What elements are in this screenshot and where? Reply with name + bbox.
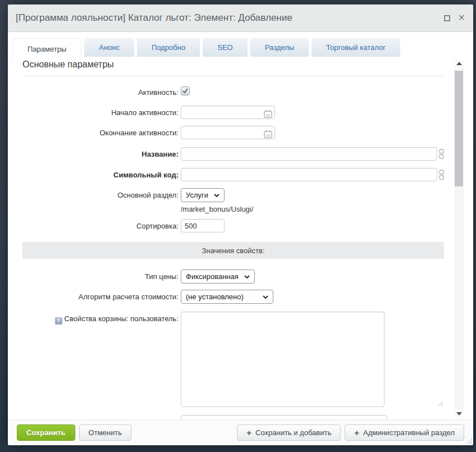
tab-trade-catalog[interactable]: Торговый каталог (312, 38, 400, 57)
plus-icon: + (354, 428, 359, 437)
row-date-start: Начало активности: 24 (22, 106, 444, 119)
scroll-up-arrow-icon[interactable] (454, 59, 464, 68)
svg-text:24: 24 (266, 113, 271, 117)
save-button[interactable]: Сохранить (17, 424, 75, 441)
basket-user-textarea[interactable] (181, 312, 385, 407)
properties-header: Значения свойств: (22, 242, 444, 259)
code-input[interactable] (181, 168, 437, 181)
main-section-label: Основной раздел: (22, 188, 178, 199)
close-icon[interactable]: ✕ (458, 13, 465, 22)
save-and-add-button[interactable]: + Сохранить и добавить (237, 424, 341, 441)
chevron-down-icon (244, 275, 250, 278)
plus-icon: + (246, 428, 251, 437)
dialog-titlebar: [Программа лояльности] Каталог льгот: Эл… (8, 4, 473, 32)
row-basket-manager: ?Свойства корзины: менеджер: (22, 415, 444, 418)
admin-section-label: Административный раздел (363, 428, 455, 437)
sort-label: Сортировка: (22, 219, 178, 230)
translit-link-icon[interactable] (439, 149, 444, 159)
basket-manager-label: Свойства корзины: менеджер: (76, 418, 178, 418)
basket-manager-label-wrap: ?Свойства корзины: менеджер: (22, 415, 178, 418)
row-sort: Сортировка: (22, 219, 444, 232)
calendar-icon[interactable]: 24 (264, 130, 272, 139)
code-label: Символьный код: (22, 168, 178, 179)
main-section-selected: Услуги (186, 191, 208, 199)
active-checkbox[interactable] (181, 86, 190, 95)
algorithm-label: Алгоритм расчета стоимости: (22, 290, 178, 301)
name-label: Название: (22, 147, 178, 158)
checkmark-icon (181, 87, 189, 95)
chevron-down-icon (263, 295, 268, 299)
dialog-title: [Программа лояльности] Каталог льгот: Эл… (8, 12, 292, 24)
translit-link-icon[interactable] (439, 170, 444, 180)
tab-strip: Параметры Анонс Подробно SEO Разделы Тор… (8, 32, 473, 59)
row-basket-user: ?Свойства корзины: пользователь: (22, 312, 444, 407)
basket-user-label: Свойства корзины: пользователь: (65, 314, 178, 323)
main-section-select[interactable]: Услуги (181, 188, 225, 202)
basket-manager-input[interactable] (181, 415, 387, 418)
form-scroll-area: Основные параметры Активность: (8, 59, 473, 418)
dialog-footer: Сохранить Отменить + Сохранить и добавит… (8, 419, 473, 445)
date-end-input[interactable] (181, 126, 275, 139)
price-type-select[interactable]: Фиксированная (181, 270, 255, 284)
algorithm-select[interactable]: (не установлено) (181, 290, 273, 304)
cancel-button[interactable]: Отменить (79, 424, 131, 441)
dialog-resize-grip[interactable] (466, 438, 472, 444)
date-start-label: Начало активности: (22, 106, 178, 117)
tab-announce[interactable]: Анонс (84, 38, 134, 57)
help-icon[interactable]: ? (55, 317, 62, 325)
name-input[interactable] (181, 147, 437, 161)
admin-section-button[interactable]: + Административный раздел (345, 424, 464, 441)
add-element-dialog: [Программа лояльности] Каталог льгот: Эл… (8, 4, 473, 445)
row-date-end: Окончание активности: 24 (22, 126, 444, 139)
maximize-icon[interactable] (444, 15, 450, 21)
row-main-section: Основной раздел: Услуги /market_bonus/Us… (22, 188, 444, 213)
row-code: Символьный код: (22, 168, 444, 181)
section-divider (22, 76, 444, 76)
row-name: Название: (22, 147, 444, 161)
price-type-selected: Фиксированная (186, 272, 239, 281)
algorithm-selected: (не установлено) (186, 293, 244, 301)
tab-sections[interactable]: Разделы (250, 38, 309, 57)
main-section-path: /market_bonus/Uslugi/ (181, 205, 444, 213)
save-and-add-label: Сохранить и добавить (255, 428, 331, 437)
tab-seo[interactable]: SEO (203, 38, 247, 57)
window-controls: ✕ (444, 4, 465, 31)
date-end-label: Окончание активности: (22, 126, 178, 137)
row-active: Активность: (22, 85, 444, 98)
active-label: Активность: (22, 85, 178, 97)
overlay-backdrop: [Программа лояльности] Каталог льгот: Эл… (0, 0, 476, 452)
section-title: Основные параметры (22, 59, 444, 70)
row-algorithm: Алгоритм расчета стоимости: (не установл… (22, 290, 444, 304)
date-start-input[interactable] (181, 106, 275, 119)
chevron-down-icon (214, 194, 219, 197)
tab-detail[interactable]: Подробно (137, 38, 200, 57)
scrollbar-thumb[interactable] (455, 71, 463, 186)
vertical-scrollbar[interactable] (454, 59, 464, 418)
row-price-type: Тип цены: Фиксированная (22, 270, 444, 284)
sort-input[interactable] (181, 219, 225, 232)
calendar-icon[interactable]: 24 (264, 109, 272, 118)
scroll-down-arrow-icon[interactable] (454, 409, 464, 418)
svg-text:24: 24 (266, 133, 271, 137)
tab-parameters[interactable]: Параметры (12, 38, 81, 59)
resize-grip-icon[interactable] (437, 400, 443, 406)
price-type-label: Тип цены: (22, 270, 178, 281)
basket-user-label-wrap: ?Свойства корзины: пользователь: (22, 312, 178, 325)
